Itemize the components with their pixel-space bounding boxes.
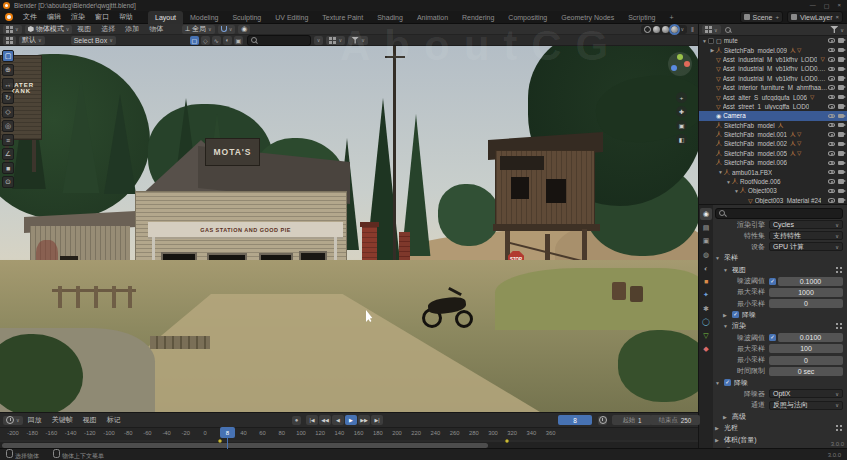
material-shading-button[interactable] (662, 26, 669, 33)
filter-toggle-curve-icon[interactable]: ∿ (212, 36, 221, 45)
solid-shading-button[interactable] (653, 26, 660, 33)
hide-viewport-icon[interactable] (828, 132, 835, 137)
viewport-menu-选择[interactable]: 选择 (96, 24, 120, 34)
viewport-search-box[interactable] (247, 35, 311, 46)
min-samples-render-field[interactable]: 0 (769, 356, 843, 365)
move-tool[interactable]: ↔ (2, 78, 14, 90)
outliner-row[interactable]: ▽Asst_industrial_M_vb1kfhv_LOD0.002 (699, 74, 847, 83)
overlays-toggle[interactable]: ‖ (691, 26, 694, 33)
mode-dropdown[interactable]: 物体模式 ∨ (25, 25, 73, 34)
tool-preset-dropdown[interactable]: 默认 ∨ (19, 36, 45, 45)
disable-render-icon[interactable] (838, 151, 844, 156)
outliner-search-icon[interactable] (725, 27, 731, 33)
zoom-button[interactable]: + (676, 92, 687, 103)
denoise-checkbox[interactable]: ✓ (724, 379, 731, 386)
playback-button-0[interactable]: |◀ (306, 415, 318, 425)
tab-physics[interactable]: ◯ (700, 316, 712, 328)
snap-toggle[interactable]: ∨ (218, 25, 236, 34)
hide-viewport-icon[interactable] (828, 38, 835, 43)
current-frame-field[interactable]: 8 (558, 415, 592, 425)
outliner-row[interactable]: ▼▢mute (699, 36, 847, 45)
tab-view-layer[interactable]: ▣ (700, 235, 712, 247)
tab-render[interactable]: ◉ (700, 208, 712, 220)
filter-toggle-mesh-icon[interactable]: ◇ (201, 36, 210, 45)
frame-end-field[interactable]: 结束点 250 (650, 415, 700, 425)
max-samples-render-field[interactable]: 100 (769, 344, 843, 353)
use-preview-range-button[interactable] (598, 416, 607, 425)
hide-viewport-icon[interactable] (828, 76, 835, 81)
light-paths-section-header[interactable]: ▶ 光程 (715, 422, 843, 434)
disable-render-icon[interactable] (838, 142, 844, 147)
workspace-tab-rendering[interactable]: Rendering (455, 11, 501, 24)
timeline-editor-type-button[interactable]: ∨ (3, 416, 23, 425)
viewport-denoise-header[interactable]: ▶ ✓ 降噪 (715, 309, 843, 321)
view-layer-selector[interactable]: ViewLayer × (787, 11, 843, 23)
expand-icon[interactable]: ▼ (725, 179, 732, 185)
workspace-tab-modeling[interactable]: Modeling (183, 11, 225, 24)
workspace-tab-sculpting[interactable]: Sculpting (225, 11, 268, 24)
tab-particles[interactable]: ✱ (700, 303, 712, 315)
tab-material[interactable]: ◆ (700, 343, 712, 355)
outliner-row[interactable]: 人SketchFab_model.002人 ▽ (699, 139, 847, 148)
disable-render-icon[interactable] (838, 57, 844, 62)
blender-menu-icon[interactable] (5, 13, 13, 21)
outliner-row[interactable]: 人SketchFab_model.005人 ▽ (699, 149, 847, 158)
playback-button-4[interactable]: ▶▶ (358, 415, 370, 425)
proportional-edit-toggle[interactable]: ◉ (238, 25, 250, 34)
outliner-row[interactable]: ▽Asst_interior_furniture_M_ahmfhaaa_L0l (699, 83, 847, 92)
hide-viewport-icon[interactable] (828, 57, 835, 62)
scene-selector[interactable]: Scene + (740, 11, 783, 23)
playback-button-3[interactable]: ▶ (345, 415, 357, 425)
filter-dropdown[interactable]: ∨ (348, 36, 368, 45)
hide-viewport-icon[interactable] (828, 179, 835, 184)
workspace-tab-compositing[interactable]: Compositing (501, 11, 554, 24)
outliner-row[interactable]: 人SketchFab_model人 (699, 121, 847, 130)
expand-icon[interactable]: ▼ (717, 169, 724, 175)
outliner-row[interactable]: 人SketchFab_model.001人 ▽ (699, 130, 847, 139)
editor-type-button[interactable]: ∨ (3, 25, 22, 34)
menu-帮助[interactable]: 帮助 (114, 12, 138, 22)
timeline-menu-标记[interactable]: 标记 (102, 415, 126, 425)
add-workspace-button[interactable]: + (662, 11, 680, 24)
outliner-row[interactable]: ▼人Object003 (699, 186, 847, 195)
filter-toggle-camera-icon[interactable]: ▣ (234, 36, 243, 45)
ortho-toggle-button[interactable]: ◧ (676, 134, 687, 145)
list-display-dropdown[interactable]: ∨ (326, 36, 345, 45)
disable-render-icon[interactable] (838, 76, 844, 81)
presets-icon[interactable] (835, 266, 843, 274)
min-samples-field[interactable]: 0 (769, 299, 843, 308)
3d-viewport[interactable]: WATER TANK MOTEL MOTA'S GAS STATION AND … (0, 46, 698, 412)
advanced-section-header[interactable]: ▶ 高级 (715, 411, 843, 423)
navigation-gizmo[interactable] (668, 52, 692, 76)
hide-viewport-icon[interactable] (828, 104, 835, 109)
outliner-editor-type-button[interactable]: ∨ (702, 25, 721, 34)
tab-modifiers[interactable]: ✦ (700, 289, 712, 301)
outliner-row[interactable]: ◉Camera (699, 111, 847, 120)
time-limit-field[interactable]: 0 sec (769, 367, 843, 376)
select-tool-dropdown[interactable]: Select Box ∨ (71, 36, 116, 45)
viewport-subsection-header[interactable]: ▼ 视图 (715, 264, 843, 276)
expand-icon[interactable]: ▶ (709, 47, 716, 53)
tab-scene[interactable]: ◍ (700, 249, 712, 261)
keyframe-marker[interactable] (505, 439, 509, 443)
scale-tool[interactable]: ◇ (2, 106, 14, 118)
menu-渲染[interactable]: 渲染 (66, 12, 90, 22)
rotate-tool[interactable]: ↻ (2, 92, 14, 104)
outliner-filter-icon[interactable] (830, 26, 838, 33)
collection-checkbox[interactable] (708, 38, 714, 44)
camera-view-button[interactable]: ▣ (676, 120, 687, 131)
keyframe-marker[interactable] (218, 439, 222, 443)
workspace-tab-scripting[interactable]: Scripting (621, 11, 662, 24)
noise-render-field[interactable]: 0.0100 (778, 333, 843, 342)
tab-data[interactable]: ▽ (700, 330, 712, 342)
passes-dropdown[interactable]: 反照与法向∨ (769, 401, 843, 410)
timeline-menu-回放[interactable]: 回放 (23, 415, 47, 425)
remove-view-layer-button[interactable]: × (835, 14, 839, 20)
disable-render-icon[interactable] (838, 189, 844, 194)
disable-render-icon[interactable] (838, 67, 844, 72)
close-button[interactable]: × (837, 2, 841, 9)
properties-search-box[interactable] (715, 208, 843, 219)
workspace-tab-layout[interactable]: Layout (148, 11, 183, 24)
timeline-menu-关键帧[interactable]: 关键帧 (47, 415, 78, 425)
workspace-tab-geometry-nodes[interactable]: Geometry Nodes (554, 11, 621, 24)
